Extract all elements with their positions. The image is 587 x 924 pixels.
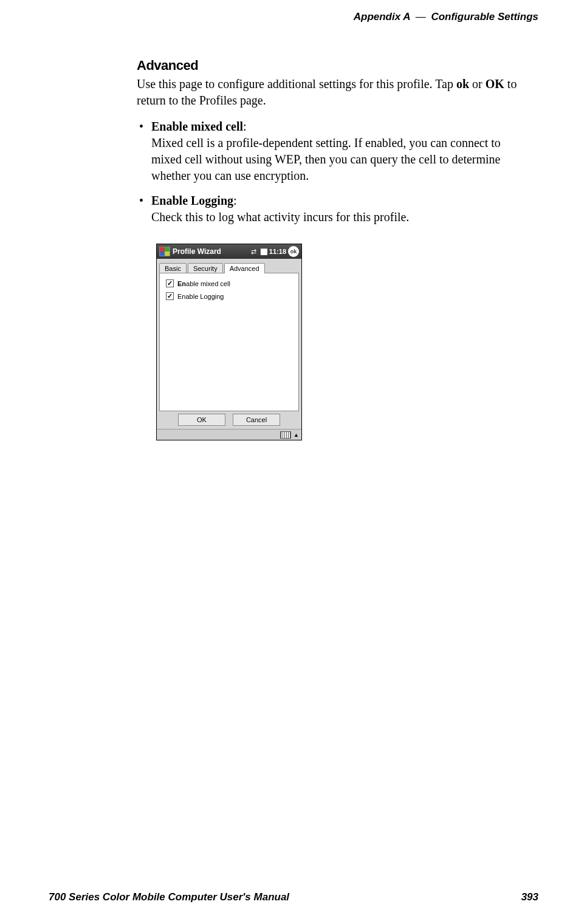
check-row-logging: Enable Logging <box>166 292 292 300</box>
bullet-mixed-cell: Enable mixed cell: Mixed cell is a profi… <box>138 118 526 184</box>
bullet-body-logging: Check this to log what activity incurs f… <box>151 210 409 224</box>
bottom-bar: ▲ <box>157 429 301 440</box>
page-footer: 700 Series Color Mobile Computer User's … <box>49 891 538 903</box>
intro-pre: Use this page to configure additional se… <box>137 77 456 91</box>
start-flag-icon[interactable] <box>159 247 170 256</box>
intro-ok-small: ok <box>456 77 469 91</box>
main-content: Advanced Use this page to configure addi… <box>137 58 526 440</box>
label-mixed-rest: able mixed cell <box>186 280 230 287</box>
bullet-colon-0: : <box>243 120 247 133</box>
tab-basic[interactable]: Basic <box>159 263 187 273</box>
label-mixed-cell: Enable mixed cell <box>177 280 230 287</box>
intro-mid: or <box>469 77 486 91</box>
tabpanel-advanced: Enable mixed cell Enable Logging <box>159 273 299 411</box>
bullet-body-mixed: Mixed cell is a profile-dependent settin… <box>151 136 501 182</box>
client-area: Basic Security Advanced Enable mixed cel… <box>157 259 301 429</box>
status-icons: 11:18 ok <box>251 246 299 257</box>
tabs-row: Basic Security Advanced <box>159 262 299 273</box>
ok-badge-button[interactable]: ok <box>288 246 299 257</box>
cancel-button[interactable]: Cancel <box>233 414 280 426</box>
tab-security[interactable]: Security <box>188 263 223 273</box>
label-logging: Enable Logging <box>177 293 224 300</box>
keyboard-sip-icon[interactable] <box>280 431 291 439</box>
intro-ok-caps: OK <box>486 77 504 91</box>
clock-time: 11:18 <box>269 248 286 255</box>
app-title: Profile Wizard <box>173 247 249 256</box>
footer-page-number: 393 <box>521 891 538 903</box>
app-titlebar: Profile Wizard 11:18 ok <box>157 244 301 259</box>
checkbox-logging[interactable] <box>166 292 174 300</box>
ok-button[interactable]: OK <box>178 414 225 426</box>
tab-advanced[interactable]: Advanced <box>224 263 265 273</box>
embedded-screenshot: Profile Wizard 11:18 ok Basic Security A… <box>156 244 302 440</box>
header-title: Configurable Settings <box>431 11 538 22</box>
bullet-list: Enable mixed cell: Mixed cell is a profi… <box>138 118 526 225</box>
check-row-mixed-cell: Enable mixed cell <box>166 279 292 287</box>
footer-manual-title: 700 Series Color Mobile Computer User's … <box>49 891 289 903</box>
bullet-colon-1: : <box>233 194 237 207</box>
signal-icon[interactable] <box>260 248 267 255</box>
header-appendix: Appendix A <box>354 11 410 22</box>
connectivity-icon[interactable] <box>251 248 258 255</box>
section-intro: Use this page to configure additional se… <box>137 76 526 109</box>
bullet-logging: Enable Logging: Check this to log what a… <box>138 193 526 225</box>
section-title: Advanced <box>137 58 526 74</box>
checkbox-mixed-cell[interactable] <box>166 279 174 287</box>
label-mixed-bold: En <box>177 280 186 287</box>
sip-arrow-icon[interactable]: ▲ <box>294 432 299 438</box>
bullet-title-mixed: Enable mixed cell <box>151 120 243 133</box>
page-header: Appendix A — Configurable Settings <box>354 11 538 23</box>
bullet-title-logging: Enable Logging <box>151 194 233 207</box>
header-dash: — <box>416 11 426 22</box>
button-row: OK Cancel <box>159 414 299 426</box>
